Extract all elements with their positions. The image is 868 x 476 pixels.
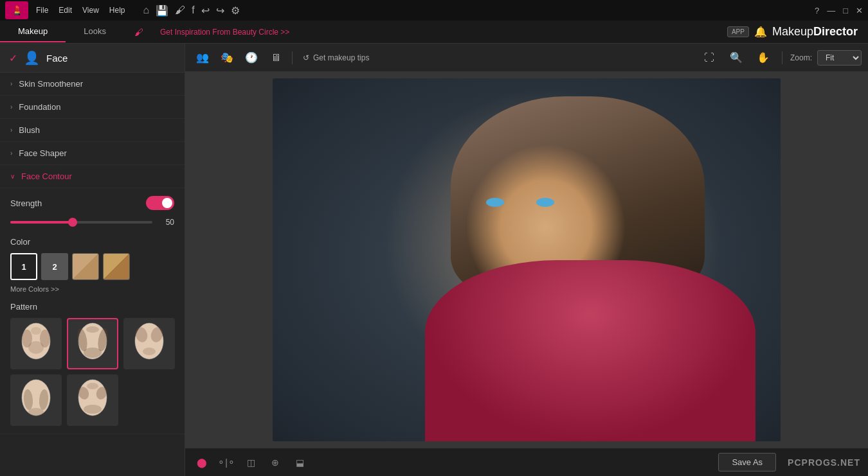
skin-smoothener-label: Skin Smoothener: [19, 79, 83, 89]
strength-value: 50: [159, 218, 174, 227]
sidebar-item-skin-smoothener[interactable]: › Skin Smoothener: [0, 73, 185, 96]
pattern-item-5[interactable]: [67, 375, 118, 426]
maximize-btn[interactable]: □: [843, 6, 848, 15]
tips-icon: ↺: [303, 53, 309, 62]
chevron-right-icon: ›: [10, 80, 12, 87]
tab-makeup[interactable]: Makeup: [0, 21, 66, 42]
svg-point-22: [87, 383, 98, 389]
sidebar-item-foundation[interactable]: › Foundation: [0, 96, 185, 119]
main-layout: ✓ 👤 Face › Skin Smoothener › Foundation …: [0, 44, 868, 476]
nav-icons[interactable]: ⌂ 💾 🖌 f ↩ ↪ ⚙: [143, 4, 240, 17]
save-as-button[interactable]: Save As: [718, 453, 776, 472]
photo-eyes: [486, 198, 602, 207]
pattern-item-2[interactable]: [67, 318, 118, 369]
svg-point-9: [86, 326, 99, 333]
app-name-bold: Director: [813, 25, 858, 38]
undo-icon[interactable]: ↩: [201, 4, 210, 17]
menu-file[interactable]: File: [36, 6, 48, 15]
image-area: [185, 72, 868, 448]
pattern-svg-2: [72, 321, 113, 367]
svg-point-21: [84, 405, 102, 414]
pattern-grid-row1: [10, 318, 174, 369]
close-btn[interactable]: ✕: [856, 6, 863, 15]
hand-icon[interactable]: ✋: [752, 48, 774, 67]
color-swatch-light2[interactable]: [103, 253, 130, 280]
svg-point-17: [28, 408, 44, 416]
tab-looks[interactable]: Looks: [66, 21, 124, 42]
sidebar-item-face-contour[interactable]: ∨ Face Contour: [0, 165, 185, 188]
pattern-section-label: Pattern: [10, 302, 174, 312]
strength-toggle[interactable]: [146, 196, 174, 210]
brush-icon[interactable]: 🖌: [175, 4, 185, 17]
redo-icon[interactable]: ↪: [216, 4, 224, 17]
sidebar: ✓ 👤 Face › Skin Smoothener › Foundation …: [0, 44, 185, 476]
svg-point-4: [31, 327, 41, 335]
zoom-label: Zoom:: [790, 53, 812, 62]
pattern-item-3[interactable]: [123, 318, 175, 369]
strength-slider[interactable]: [10, 221, 152, 224]
zoom-select[interactable]: Fit 100% 75% 50%: [817, 50, 862, 66]
people-icon[interactable]: 👥: [192, 48, 213, 67]
crop-tool[interactable]: ⊕: [266, 454, 284, 472]
pattern-svg-3: [129, 321, 170, 367]
photo-eye-right: [536, 198, 554, 207]
svg-point-8: [84, 348, 102, 358]
beauty-circle-icon: 🖌: [134, 27, 143, 37]
tabs-bar: Makeup Looks 🖌 Get Inspiration From Beau…: [0, 21, 868, 44]
get-tips-btn[interactable]: ↺ Get makeup tips: [298, 51, 374, 65]
toolbar-right: ⛶ 🔍 ✋ Zoom: Fit 100% 75% 50%: [698, 48, 862, 67]
minimize-btn[interactable]: —: [827, 6, 835, 15]
face-contour-label: Face Contour: [21, 172, 72, 181]
color-swatch-2[interactable]: 2: [41, 253, 68, 280]
pattern-grid-row2: [10, 375, 174, 426]
sidebar-item-face-shaper[interactable]: › Face Shaper: [0, 142, 185, 165]
slider-thumb[interactable]: [68, 218, 77, 227]
app-name-regular: Makeup: [772, 25, 813, 38]
face-shaper-label: Face Shaper: [19, 148, 66, 158]
color-swatch-1[interactable]: 1: [10, 253, 37, 280]
color-swatch-light1[interactable]: [72, 253, 99, 280]
help-btn[interactable]: ?: [815, 6, 819, 15]
toggle-track[interactable]: [146, 196, 174, 210]
beauty-circle-area: 🖌 Get Inspiration From Beauty Circle >>: [134, 27, 289, 37]
face-check-icon: ✓: [9, 52, 17, 64]
color-swatches: 1 2: [10, 253, 174, 280]
fullscreen-icon[interactable]: ⛶: [698, 48, 720, 67]
color-section-label: Color: [10, 237, 174, 247]
sidebar-item-blush[interactable]: › Blush: [0, 119, 185, 142]
chevron-right-icon: ›: [10, 127, 12, 134]
app-branding: APP 🔔 MakeupDirector: [727, 25, 868, 39]
circle-tool[interactable]: ⬤: [193, 454, 211, 472]
chevron-right-icon: ›: [10, 103, 12, 110]
title-bar: 💄 File Edit View Help ⌂ 💾 🖌 f ↩ ↪ ⚙ ? — …: [0, 0, 868, 21]
pattern-item-1[interactable]: [10, 318, 62, 369]
notification-icon[interactable]: 🔔: [754, 26, 767, 38]
beauty-circle-btn[interactable]: Get Inspiration From Beauty Circle >>: [160, 28, 289, 37]
toolbar-divider: [292, 51, 293, 64]
history-icon[interactable]: 🕐: [240, 48, 262, 67]
foundation-label: Foundation: [19, 102, 60, 112]
dot-adjust-tool[interactable]: ⚬|⚬: [217, 454, 235, 472]
flip-tool[interactable]: ⬓: [291, 454, 309, 472]
photo-dress: [425, 260, 755, 442]
menu-help[interactable]: Help: [109, 6, 125, 15]
app-logo: 💄: [5, 1, 28, 19]
menu-view[interactable]: View: [82, 6, 99, 15]
menu-edit[interactable]: Edit: [59, 6, 72, 15]
save-icon[interactable]: 💾: [156, 4, 168, 17]
face-detect-icon[interactable]: 🎭: [216, 48, 238, 67]
window-controls[interactable]: ? — □ ✕: [815, 6, 863, 15]
more-colors-link[interactable]: More Colors >>: [10, 285, 174, 293]
settings-icon[interactable]: ⚙: [231, 4, 240, 17]
pattern-svg-4: [15, 377, 57, 423]
pattern-item-4[interactable]: [10, 375, 62, 426]
zoom-icon[interactable]: 🔍: [725, 48, 747, 67]
slider-fill: [10, 221, 74, 224]
monitor-icon[interactable]: 🖥: [265, 48, 287, 67]
chevron-right-icon: ›: [10, 150, 12, 157]
home-icon[interactable]: ⌂: [143, 4, 150, 17]
comparison-tool[interactable]: ◫: [242, 454, 260, 472]
menu-bar[interactable]: File Edit View Help: [36, 6, 125, 15]
face-section-header[interactable]: ✓ 👤 Face: [0, 44, 185, 73]
facebook-icon[interactable]: f: [192, 4, 194, 17]
